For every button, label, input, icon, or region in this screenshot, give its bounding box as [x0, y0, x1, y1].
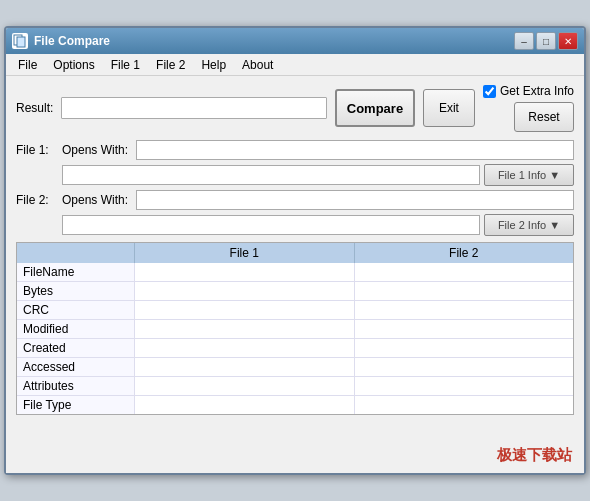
result-row: Result: Compare Exit Get Extra Info Rese… [16, 84, 574, 132]
file2-path-input[interactable] [62, 215, 480, 235]
minimize-button[interactable]: – [514, 32, 534, 50]
row-name-1: Bytes [17, 282, 135, 300]
file2-opens-with-label: Opens With: [62, 193, 128, 207]
table-body: FileName Bytes CRC Modified Created Acce… [17, 263, 573, 414]
row-file2-0 [355, 263, 574, 281]
table-row: CRC [17, 301, 573, 320]
maximize-button[interactable]: □ [536, 32, 556, 50]
table-header-empty [17, 243, 135, 263]
window-controls: – □ ✕ [514, 32, 578, 50]
file1-opens-with-label: Opens With: [62, 143, 128, 157]
reset-button[interactable]: Reset [514, 102, 574, 132]
row-file1-0 [135, 263, 355, 281]
menu-help[interactable]: Help [193, 56, 234, 74]
menu-file[interactable]: File [10, 56, 45, 74]
comparison-table: File 1 File 2 FileName Bytes CRC Modifie… [16, 242, 574, 415]
menu-about[interactable]: About [234, 56, 281, 74]
right-controls: Get Extra Info Reset [483, 84, 574, 132]
get-extra-info-row: Get Extra Info [483, 84, 574, 98]
file2-opens-with-input[interactable] [136, 190, 574, 210]
row-name-2: CRC [17, 301, 135, 319]
get-extra-info-label: Get Extra Info [500, 84, 574, 98]
watermark: 极速下载站 [497, 446, 572, 465]
row-file1-6 [135, 377, 355, 395]
row-name-3: Modified [17, 320, 135, 338]
result-label: Result: [16, 101, 53, 115]
file2-label: File 2: [16, 193, 58, 207]
exit-button[interactable]: Exit [423, 89, 475, 127]
table-row: Modified [17, 320, 573, 339]
row-file1-4 [135, 339, 355, 357]
row-name-7: File Type [17, 396, 135, 414]
row-name-0: FileName [17, 263, 135, 281]
row-file2-4 [355, 339, 574, 357]
compare-button[interactable]: Compare [335, 89, 415, 127]
row-file1-2 [135, 301, 355, 319]
row-file1-7 [135, 396, 355, 414]
row-file2-3 [355, 320, 574, 338]
menu-options[interactable]: Options [45, 56, 102, 74]
bottom-area: 极速下载站 [6, 423, 584, 473]
row-file2-5 [355, 358, 574, 376]
table-row: Created [17, 339, 573, 358]
table-header: File 1 File 2 [17, 243, 573, 263]
title-bar: File Compare – □ ✕ [6, 28, 584, 54]
file1-label: File 1: [16, 143, 58, 157]
close-button[interactable]: ✕ [558, 32, 578, 50]
svg-rect-1 [17, 37, 25, 47]
get-extra-info-checkbox[interactable] [483, 85, 496, 98]
table-row: FileName [17, 263, 573, 282]
table-header-file2: File 2 [355, 243, 574, 263]
table-row: Attributes [17, 377, 573, 396]
row-file2-7 [355, 396, 574, 414]
file1-opens-with-input[interactable] [136, 140, 574, 160]
file1-info-button[interactable]: File 1 Info ▼ [484, 164, 574, 186]
row-file1-1 [135, 282, 355, 300]
row-file2-1 [355, 282, 574, 300]
row-name-6: Attributes [17, 377, 135, 395]
table-header-file1: File 1 [135, 243, 355, 263]
row-file2-6 [355, 377, 574, 395]
file2-info-button[interactable]: File 2 Info ▼ [484, 214, 574, 236]
row-file1-5 [135, 358, 355, 376]
app-icon [12, 33, 28, 49]
row-name-4: Created [17, 339, 135, 357]
menu-file1[interactable]: File 1 [103, 56, 148, 74]
row-file1-3 [135, 320, 355, 338]
table-row: Accessed [17, 358, 573, 377]
content-area: Result: Compare Exit Get Extra Info Rese… [6, 76, 584, 423]
table-row: Bytes [17, 282, 573, 301]
menu-bar: File Options File 1 File 2 Help About [6, 54, 584, 76]
menu-file2[interactable]: File 2 [148, 56, 193, 74]
row-name-5: Accessed [17, 358, 135, 376]
table-row: File Type [17, 396, 573, 414]
file1-path-input[interactable] [62, 165, 480, 185]
result-input[interactable] [61, 97, 327, 119]
window-title: File Compare [34, 34, 110, 48]
row-file2-2 [355, 301, 574, 319]
